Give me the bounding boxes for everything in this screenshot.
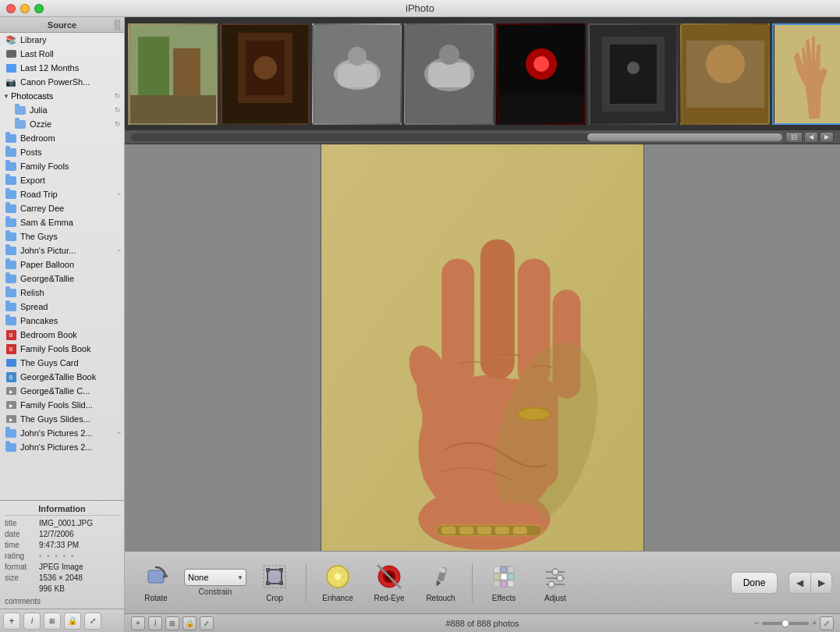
sidebar-item-road-trip[interactable]: Road Trip ~ [0,187,124,201]
sidebar-item-label: Julia [30,105,113,115]
info-size-kb-row: 996 KB [5,584,119,595]
redeye-button[interactable]: Red-Eye [366,556,413,609]
sidebar-item-family-fools-slid[interactable]: ▶ Family Fools Slid... [0,398,124,412]
svg-rect-49 [513,526,527,534]
sidebar-item-label: Family Fools Book [20,344,121,353]
crop-button[interactable]: Crop [251,556,298,609]
status-btn-4[interactable]: 🔒 [183,616,197,630]
filmstrip-thumb-6[interactable] [588,23,678,125]
filmstrip-thumb-5[interactable] [496,23,586,125]
sidebar-item-label: Family Fools Slid... [20,400,121,410]
sidebar-item-export[interactable]: Export [0,173,124,187]
sidebar-item-relish[interactable]: Relish [0,286,124,300]
sidebar-item-carrey-dee[interactable]: Carrey Dee [0,201,124,215]
sidebar-item-label: George&Tallie Book [20,372,121,382]
sidebar-item-george-tallie[interactable]: George&Tallie [0,272,124,286]
close-button[interactable] [6,4,16,13]
sidebar-item-label: George&Tallie [20,274,121,283]
card-icon [5,357,17,369]
status-btn-2[interactable]: i [148,616,162,630]
filmstrip-next-button[interactable]: ▶ [820,132,834,143]
sidebar-item-george-tallie-book[interactable]: B George&Tallie Book [0,370,124,384]
svg-rect-19 [498,95,584,123]
prev-photo-button[interactable]: ◀ [789,572,810,594]
minimize-button[interactable] [20,4,30,13]
sidebar-group-photocasts[interactable]: ▼ Photocasts ↻ [0,89,124,103]
ozzie-badge: ↻ [115,120,121,128]
svg-rect-14 [428,62,470,87]
sidebar-resize-handle[interactable] [115,20,121,30]
folder-icon [5,286,17,299]
status-right-controls: − + ⤢ [754,616,834,630]
filmstrip-thumb-3[interactable] [312,23,402,125]
sidebar-item-the-guys-slides[interactable]: ▶ The Guys Slides... [0,412,124,426]
sidebar-item-canon[interactable]: 📷 Canon PowerSh... [0,75,124,89]
filmstrip-view-toggle[interactable]: ⊟ [785,132,803,143]
sidebar-item-paper-balloon[interactable]: Paper Balloon [0,257,124,272]
folder-icon [5,146,17,158]
grid-view-button[interactable]: ⊞ [44,612,61,630]
status-btn-1[interactable]: + [131,616,145,630]
sidebar-item-bedroom[interactable]: Bedroom [0,131,124,145]
svg-point-80 [557,575,563,581]
sidebar-item-label: John's Pictures 2... [20,428,115,438]
add-album-button[interactable]: + [3,612,20,630]
filmstrip-thumb-7[interactable] [680,23,770,125]
done-button[interactable]: Done [731,572,778,594]
lock-button[interactable]: 🔒 [64,612,81,630]
retouch-button[interactable]: Retouch [417,556,464,609]
rotate-button[interactable]: Rotate [133,556,179,609]
constrain-dropdown[interactable]: None Custom Square 4×3 16×9 [184,569,246,586]
zoom-slider[interactable] [762,622,809,625]
sidebar-item-label: Library [20,35,121,44]
sidebar-item-library[interactable]: 📚 Library [0,33,124,47]
svg-point-15 [439,44,459,65]
status-btn-5[interactable]: ⤢ [200,616,214,630]
sidebar-item-posts[interactable]: Posts [0,145,124,159]
filmstrip-scrollbar-thumb[interactable] [587,133,783,141]
info-button[interactable]: i [23,612,41,630]
adjust-button[interactable]: Adjust [532,556,579,609]
sidebar-item-last-roll[interactable]: Last Roll [0,47,124,61]
zoom-slider-thumb[interactable] [782,620,789,627]
status-btn-3[interactable]: ⊞ [165,616,179,630]
folder-icon [14,104,27,116]
sidebar-item-johns-pictures-2a[interactable]: John's Pictures 2... ~ [0,426,124,440]
sidebar-item-family-fools-book[interactable]: B Family Fools Book [0,342,124,356]
filmstrip-thumb-1[interactable] [128,23,218,125]
effects-button[interactable]: Effects [480,556,527,609]
info-date-row: date 12/7/2006 [5,529,119,540]
retouch-icon [427,563,455,591]
enhance-button[interactable]: Enhance [314,556,361,609]
book-icon: B [5,343,17,355]
filmstrip-scrollbar[interactable] [131,133,782,141]
thumb-8-image [774,25,841,123]
road-trip-badge: ~ [117,190,121,198]
sidebar-item-the-guys-card[interactable]: The Guys Card [0,356,124,370]
filmstrip-thumb-4[interactable] [404,23,494,125]
info-panel-header: Information [5,504,119,516]
sidebar-item-george-tallie-c[interactable]: ▶ George&Tallie C... [0,384,124,398]
thumb-4-image [406,25,492,123]
sidebar-item-last-12-months[interactable]: Last 12 Months [0,61,124,75]
sidebar-item-ozzie[interactable]: Ozzie ↻ [0,117,124,131]
full-screen-btn[interactable]: ⤢ [820,616,834,630]
filmstrip-thumb-8[interactable] [772,23,840,125]
sidebar-item-pancakes[interactable]: Pancakes [0,314,124,328]
sidebar-item-family-fools[interactable]: Family Fools [0,159,124,173]
sidebar-item-bedroom-book[interactable]: B Bedroom Book [0,328,124,342]
filmstrip-prev-button[interactable]: ◀ [804,132,818,143]
filmstrip-thumb-2[interactable] [220,23,310,125]
info-title-value: IMG_0001.JPG [39,518,93,529]
sidebar-item-johns-picture[interactable]: John's Pictur... ~ [0,243,124,257]
sidebar-item-spread[interactable]: Spread [0,300,124,314]
sidebar-item-julia[interactable]: Julia ↻ [0,103,124,117]
main-container: Source 📚 Library Last Roll Last [0,17,840,632]
sidebar-item-sam-emma[interactable]: Sam & Emma [0,215,124,229]
fullscreen-button[interactable]: ⤢ [84,612,101,630]
maximize-button[interactable] [34,4,44,13]
svg-point-60 [335,573,341,580]
next-photo-button[interactable]: ▶ [810,572,832,594]
sidebar-item-the-guys[interactable]: The Guys [0,229,124,243]
sidebar-item-johns-pictures-2b[interactable]: John's Pictures 2... [0,440,124,454]
